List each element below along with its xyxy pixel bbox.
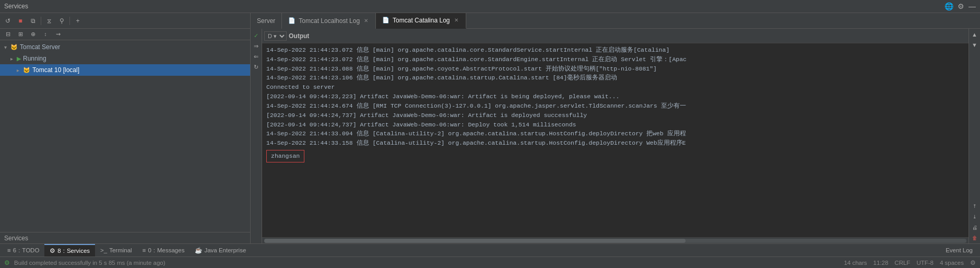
group-button[interactable]: ⊕ [27, 29, 39, 40]
bottom-tab-terminal[interactable]: >_ Terminal [95, 244, 137, 257]
services-tab-label: Services [67, 248, 90, 254]
event-log-label: Event Log [946, 247, 973, 253]
log-line-7: 14-Sep-2022 21:44:24.674 信息 [RMI TCP Con… [266, 101, 964, 111]
separator-2 [69, 17, 70, 25]
services-toolbar: ↺ ■ ⧉ ⧖ ⚲ + [0, 13, 250, 29]
settings-icon[interactable]: ⚙ [958, 2, 964, 10]
expand-all-button[interactable]: ⊞ [15, 29, 26, 40]
scroll-track [264, 239, 966, 243]
collapse-all-button[interactable]: ⊟ [2, 29, 14, 40]
sort-button[interactable]: ↕ [40, 29, 51, 40]
tree-item-running[interactable]: ▸ ▶ Running [0, 53, 250, 64]
log-line-2: 14-Sep-2022 21:44:23.072 信息 [main] org.a… [266, 55, 964, 64]
tree-item-tomcat-server[interactable]: ▾ 🐱 Tomcat Server [0, 41, 250, 53]
scroll-bottom-button[interactable]: ⤓ [970, 212, 979, 222]
refresh-button[interactable]: ↻ [252, 62, 261, 72]
tab-tomcat-localhost-log[interactable]: 📄 Tomcat Localhost Log ✕ [282, 13, 376, 29]
title-bar: Services 🌐 ⚙ — [0, 0, 980, 13]
messages-label: Messages [157, 247, 184, 253]
catalina-log-close[interactable]: ✕ [453, 17, 459, 24]
output-side-left: ✓ ⇒ ⇐ ↻ [251, 29, 262, 243]
running-label: Running [23, 55, 46, 62]
tree-item-tomcat10[interactable]: ▸ 🐱 Tomcat 10 [local] [0, 64, 250, 76]
settings-icon-status[interactable]: ⚙ [970, 259, 976, 266]
build-status-icon: ⚙ [4, 259, 10, 266]
restore-layout-button[interactable]: ⧉ [27, 15, 39, 27]
horizontal-scrollbar[interactable] [262, 237, 969, 243]
clear-button[interactable]: 🗑 [970, 233, 979, 242]
log-area[interactable]: 14-Sep-2022 21:44:23.072 信息 [main] org.a… [262, 43, 969, 237]
right-panel: Server 📄 Tomcat Localhost Log ✕ 📄 Tomcat… [251, 13, 980, 243]
jump-button[interactable]: ⇝ [52, 29, 64, 40]
log-line-1: 14-Sep-2022 21:44:23.072 信息 [main] org.a… [266, 45, 964, 55]
tomcat10-icon: 🐱 [23, 67, 30, 74]
output-container: ✓ ⇒ ⇐ ↻ D ▾ Output 14-Sep-2022 21:44:23.… [251, 29, 980, 243]
log-line-8: [2022-09-14 09:44:24,737] Artifact JavaW… [266, 111, 964, 120]
tabs-bar: Server 📄 Tomcat Localhost Log ✕ 📄 Tomcat… [251, 13, 980, 29]
bottom-tab-messages[interactable]: ≡ 0: Messages [137, 244, 190, 257]
log-line-connected: Connected to server [266, 83, 964, 92]
log-line-4: 14-Sep-2022 21:44:23.106 信息 [main] org.a… [266, 73, 964, 83]
event-log-button[interactable]: Event Log [940, 244, 978, 257]
bottom-tab-services[interactable]: ⚙ 8: Services [44, 244, 95, 257]
log-line-9: [2022-09-14 09:44:24,737] Artifact JavaW… [266, 120, 964, 130]
forward-run-button[interactable]: ⇒ [252, 41, 261, 51]
check-button[interactable]: ✓ [252, 31, 261, 40]
catalina-log-icon: 📄 [382, 17, 389, 24]
localhost-log-icon: 📄 [288, 17, 296, 24]
java-enterprise-icon: ☕ [195, 247, 202, 254]
tomcat-server-icon: 🐱 [10, 44, 18, 51]
status-right: 14 chars 11:28 CRLF UTF-8 4 spaces ⚙ [844, 259, 976, 266]
left-panel: ↺ ■ ⧉ ⧖ ⚲ + ⊟ ⊞ ⊕ ↕ ⇝ ▾ 🐱 Tomcat Server [0, 13, 251, 243]
title-bar-actions: 🌐 ⚙ — [944, 2, 976, 10]
server-tab-label: Server [257, 17, 275, 25]
tab-server[interactable]: Server [251, 13, 282, 29]
java-enterprise-label: Java Enterprise [204, 247, 246, 253]
char-count: 14 chars [844, 260, 867, 266]
todo-number: 6 [13, 247, 16, 253]
terminal-label: Terminal [109, 247, 132, 253]
scroll-thumb[interactable] [264, 239, 686, 243]
bottom-tab-java-enterprise[interactable]: ☕ Java Enterprise [190, 244, 251, 257]
tomcat10-label: Tomcat 10 [local] [32, 66, 79, 74]
output-header-label: Output [289, 32, 309, 40]
expand-arrow-tomcat: ▾ [4, 44, 10, 50]
expand-arrow-running: ▸ [10, 56, 17, 62]
status-bar: ⚙ Build completed successfully in 5 s 85… [0, 257, 980, 268]
print-button[interactable]: 🖨 [970, 223, 979, 232]
scroll-top-button[interactable]: ⤒ [970, 202, 979, 211]
todo-icon: ≡ [7, 247, 11, 253]
expand-arrow-tomcat10: ▸ [17, 67, 23, 73]
output-dropdown[interactable]: D ▾ [264, 31, 287, 41]
log-line-11: 14-Sep-2022 21:44:33.158 信息 [Catalina-ut… [266, 138, 964, 148]
cursor-position: 11:28 [873, 260, 889, 266]
tomcat-server-label: Tomcat Server [20, 43, 60, 51]
terminal-icon: >_ [100, 247, 107, 253]
services-tab-icon: ⚙ [50, 247, 55, 254]
services-footer-label: Services [4, 235, 28, 242]
services-tree: ▾ 🐱 Tomcat Server ▸ ▶ Running ▸ 🐱 Tomcat… [0, 40, 250, 232]
output-top-row: D ▾ Output [262, 29, 969, 43]
add-button[interactable]: + [72, 15, 84, 27]
stop-button[interactable]: ■ [15, 15, 26, 27]
localhost-log-close[interactable]: ✕ [363, 17, 369, 24]
filter-button[interactable]: ⧖ [43, 15, 55, 27]
zhangsan-highlight: zhangsan [266, 150, 304, 162]
pin-button[interactable]: ⚲ [56, 15, 67, 27]
tab-tomcat-catalina-log[interactable]: 📄 Tomcat Catalina Log ✕ [376, 13, 466, 29]
minimize-icon[interactable]: — [969, 2, 976, 10]
back-button[interactable]: ⇐ [252, 52, 261, 61]
build-status-text: Build completed successfully in 5 s 85 m… [14, 260, 166, 266]
separator-1 [41, 17, 41, 25]
scroll-down-button[interactable]: ▼ [970, 40, 979, 50]
window-title: Services [4, 3, 28, 10]
log-line-6: [2022-09-14 09:44:23,223] Artifact JavaW… [266, 92, 964, 101]
rerun-button[interactable]: ↺ [2, 15, 14, 27]
scroll-up-button[interactable]: ▲ [970, 30, 979, 39]
log-line-3: 14-Sep-2022 21:44:23.088 信息 [main] org.a… [266, 64, 964, 74]
status-left: ⚙ Build completed successfully in 5 s 85… [4, 259, 166, 266]
log-line-10: 14-Sep-2022 21:44:33.094 信息 [Catalina-ut… [266, 129, 964, 138]
bottom-tab-todo[interactable]: ≡ 6: TODO [2, 244, 44, 257]
output-wrapper: D ▾ Output 14-Sep-2022 21:44:23.072 信息 [… [262, 29, 969, 243]
globe-icon[interactable]: 🌐 [944, 2, 953, 10]
